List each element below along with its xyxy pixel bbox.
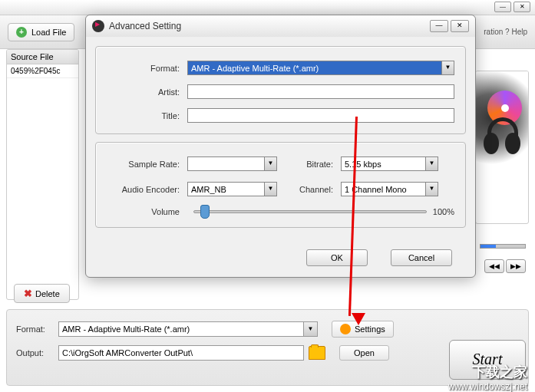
volume-slider[interactable] bbox=[193, 210, 427, 213]
dialog-minimize-button[interactable]: — bbox=[430, 20, 448, 32]
ok-button[interactable]: OK bbox=[306, 249, 368, 266]
source-file-header: Source File bbox=[7, 50, 78, 64]
delete-label: Delete bbox=[35, 289, 60, 298]
main-minimize-button[interactable]: — bbox=[494, 2, 511, 12]
channel-dropdown[interactable]: ▼ bbox=[425, 182, 438, 196]
watermark-line2: www.windowszj.net bbox=[448, 381, 527, 392]
audio-group: Sample Rate: ▼ Bitrate: ▼ Audio Encoder:… bbox=[95, 142, 466, 228]
plus-icon: + bbox=[16, 27, 27, 38]
format-combo[interactable] bbox=[58, 321, 304, 337]
format-dropdown-icon[interactable]: ▼ bbox=[304, 321, 318, 337]
gear-icon bbox=[340, 324, 351, 334]
dialog-close-button[interactable]: ✕ bbox=[451, 20, 469, 32]
volume-percent: 100% bbox=[433, 207, 454, 216]
volume-thumb[interactable] bbox=[200, 205, 210, 219]
main-close-button[interactable]: ✕ bbox=[514, 2, 530, 12]
sample-rate-dropdown[interactable]: ▼ bbox=[264, 156, 277, 171]
artist-label: Artist: bbox=[107, 87, 187, 97]
title-label: Title: bbox=[107, 111, 187, 120]
settings-label: Settings bbox=[355, 324, 385, 334]
source-file-panel: Source File 0459%2F045c bbox=[6, 49, 79, 300]
load-file-label: Load File bbox=[31, 28, 66, 37]
meta-group: Format: ▼ Artist: Title: bbox=[95, 46, 466, 134]
format-dropdown-btn[interactable]: ▼ bbox=[441, 61, 454, 75]
media-controls: ◀◀ ▶▶ bbox=[484, 259, 526, 273]
delete-icon: ✖ bbox=[24, 288, 32, 299]
bitrate-dropdown[interactable]: ▼ bbox=[425, 156, 438, 171]
volume-label: Volume bbox=[107, 207, 187, 216]
app-icon bbox=[92, 20, 104, 32]
audio-encoder-dropdown[interactable]: ▼ bbox=[264, 182, 277, 196]
channel-select[interactable] bbox=[341, 182, 425, 196]
dialog-titlebar[interactable]: Advanced Setting — ✕ bbox=[86, 15, 475, 37]
format-label-dlg: Format: bbox=[107, 64, 187, 73]
delete-button[interactable]: ✖ Delete bbox=[14, 284, 70, 303]
sample-rate-label: Sample Rate: bbox=[107, 160, 187, 169]
headphones-icon bbox=[480, 117, 528, 179]
output-label: Output: bbox=[16, 348, 58, 357]
load-file-button[interactable]: + Load File bbox=[8, 23, 74, 41]
bitrate-select[interactable] bbox=[341, 156, 425, 171]
file-row[interactable]: 0459%2F045c bbox=[7, 64, 78, 78]
channel-label: Channel: bbox=[279, 185, 341, 194]
cancel-button[interactable]: Cancel bbox=[391, 249, 452, 266]
audio-encoder-label: Audio Encoder: bbox=[107, 185, 187, 194]
help-area: ration ? Help bbox=[484, 28, 527, 36]
browse-folder-icon[interactable] bbox=[309, 346, 325, 360]
ration-link[interactable]: ration bbox=[484, 28, 503, 36]
dialog-title: Advanced Setting bbox=[109, 21, 181, 31]
settings-button[interactable]: Settings bbox=[332, 321, 394, 338]
watermark: 下载之家 www.windowszj.net bbox=[448, 364, 527, 392]
audio-encoder-select[interactable] bbox=[187, 182, 264, 196]
help-link[interactable]: Help bbox=[511, 28, 527, 36]
format-label: Format: bbox=[16, 324, 58, 334]
format-select[interactable] bbox=[187, 61, 441, 75]
main-titlebar: — ✕ bbox=[0, 0, 535, 15]
preview-image bbox=[476, 71, 528, 186]
bitrate-label: Bitrate: bbox=[279, 160, 341, 169]
progress-bar[interactable] bbox=[480, 244, 526, 249]
sample-rate-select[interactable] bbox=[187, 156, 264, 171]
open-button[interactable]: Open bbox=[339, 345, 389, 361]
preview-panel bbox=[475, 71, 529, 224]
prev-button[interactable]: ◀◀ bbox=[484, 259, 504, 273]
watermark-line1: 下载之家 bbox=[448, 364, 527, 381]
advanced-setting-dialog: Advanced Setting — ✕ Format: ▼ Artist: T… bbox=[85, 15, 476, 278]
artist-input[interactable] bbox=[187, 84, 454, 99]
title-input[interactable] bbox=[187, 108, 454, 123]
output-field[interactable] bbox=[58, 345, 304, 361]
next-button[interactable]: ▶▶ bbox=[506, 259, 526, 273]
